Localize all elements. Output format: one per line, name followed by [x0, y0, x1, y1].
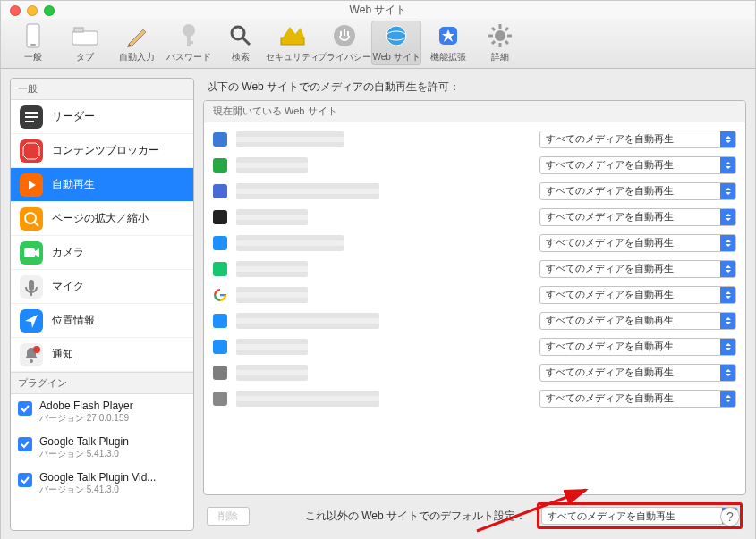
svg-rect-9 [281, 38, 304, 45]
sidebar-item-notifications[interactable]: 通知 [11, 338, 193, 372]
bell-icon [20, 343, 43, 366]
toolbar-label: 検索 [232, 51, 250, 63]
dropdown-value: すべてのメディアを自動再生 [546, 236, 674, 249]
chevron-up-down-icon [720, 287, 735, 303]
site-policy-dropdown[interactable]: すべてのメディアを自動再生 [539, 286, 736, 304]
sidebar-item-content-blockers[interactable]: コンテンツブロッカー [11, 134, 193, 168]
sidebar-item-reader[interactable]: リーダー [11, 100, 193, 134]
favicon-icon [213, 340, 227, 354]
svg-line-24 [505, 28, 508, 30]
chevron-up-down-icon [720, 365, 735, 381]
site-row[interactable]: すべてのメディアを自動再生 [204, 152, 745, 178]
svg-point-7 [232, 27, 244, 39]
plugin-checkbox[interactable] [18, 401, 32, 416]
sidebar-item-label: リーダー [52, 109, 95, 124]
extensions-icon [435, 22, 462, 49]
site-host-redacted [236, 287, 308, 303]
plugin-item[interactable]: Google Talk Pluginバージョン 5.41.3.0 [11, 430, 193, 466]
plugin-checkbox[interactable] [18, 437, 32, 451]
reader-icon [20, 105, 43, 129]
camera-icon [20, 241, 43, 265]
site-row[interactable]: すべてのメディアを自動再生 [204, 178, 745, 204]
site-policy-dropdown[interactable]: すべてのメディアを自動再生 [539, 390, 736, 408]
chevron-up-down-icon [720, 391, 735, 407]
svg-marker-38 [25, 315, 38, 328]
site-row[interactable]: すべてのメディアを自動再生 [204, 126, 745, 152]
sidebar-item-page-zoom[interactable]: ページの拡大／縮小 [11, 202, 193, 236]
default-policy-dropdown[interactable]: すべてのメディアを自動再生 [541, 507, 738, 525]
svg-line-8 [242, 38, 250, 45]
plugin-name: Google Talk Plugin Vid... [39, 471, 156, 484]
sidebar: 一般 リーダーコンテンツブロッカー自動再生ページの拡大／縮小カメラマイク位置情報… [10, 78, 194, 531]
site-row[interactable]: すべてのメディアを自動再生 [204, 256, 745, 282]
toolbar-advanced[interactable]: 詳細 [475, 21, 525, 65]
site-row[interactable]: すべてのメディアを自動再生 [204, 230, 745, 256]
favicon-icon [213, 132, 227, 147]
toolbar-tabs[interactable]: タブ [60, 21, 110, 65]
remove-button[interactable]: 削除 [207, 507, 250, 526]
site-row[interactable]: すべてのメディアを自動再生 [204, 282, 745, 307]
toolbar-websites[interactable]: Web サイト [371, 21, 421, 65]
site-row[interactable]: すべてのメディアを自動再生 [204, 333, 745, 359]
site-policy-dropdown[interactable]: すべてのメディアを自動再生 [539, 312, 736, 330]
svg-rect-36 [29, 280, 34, 291]
plugin-version: バージョン 5.41.3.0 [39, 448, 129, 460]
chevron-up-down-icon [720, 157, 735, 173]
plugin-item[interactable]: Google Talk Plugin Vid...バージョン 5.41.3.0 [11, 466, 193, 501]
site-host-redacted [236, 131, 344, 147]
advanced-icon [487, 22, 514, 49]
toolbar-search[interactable]: 検索 [216, 21, 266, 65]
preferences-window: Web サイト 一般タブ自動入力パスワード検索セキュリティプライバシーWeb サ… [0, 0, 756, 539]
toolbar-privacy[interactable]: プライバシー [319, 21, 370, 65]
sidebar-item-location[interactable]: 位置情報 [11, 304, 193, 338]
dropdown-value: すべてのメディアを自動再生 [548, 510, 675, 523]
site-row[interactable]: すべてのメディアを自動再生 [204, 307, 745, 333]
dropdown-value: すべてのメディアを自動再生 [546, 184, 674, 198]
site-host-redacted [236, 235, 344, 251]
toolbar-security[interactable]: セキュリティ [268, 21, 318, 65]
site-policy-dropdown[interactable]: すべてのメディアを自動再生 [539, 208, 736, 226]
toolbar-label: 詳細 [491, 51, 509, 63]
site-host-redacted [236, 183, 379, 199]
sidebar-header-general: 一般 [11, 79, 193, 100]
svg-rect-26 [25, 112, 38, 114]
sidebar-item-microphone[interactable]: マイク [11, 270, 193, 304]
stop-icon [20, 139, 43, 163]
site-policy-dropdown[interactable]: すべてのメディアを自動再生 [539, 364, 736, 382]
plugin-checkbox[interactable] [18, 473, 32, 487]
site-policy-dropdown[interactable]: すべてのメディアを自動再生 [539, 234, 736, 252]
site-host-redacted [236, 391, 379, 407]
chevron-up-down-icon [720, 261, 735, 277]
site-policy-dropdown[interactable]: すべてのメディアを自動再生 [539, 156, 736, 174]
favicon-icon [213, 314, 227, 328]
site-row[interactable]: すべてのメディアを自動再生 [204, 204, 745, 230]
svg-marker-35 [35, 248, 39, 257]
sidebar-item-label: コンテンツブロッカー [52, 143, 159, 158]
toolbar-autofill[interactable]: 自動入力 [112, 21, 162, 65]
site-host-redacted [236, 209, 308, 225]
toolbar-extensions[interactable]: 機能拡張 [423, 21, 473, 65]
toolbar-general[interactable]: 一般 [8, 21, 58, 65]
site-policy-dropdown[interactable]: すべてのメディアを自動再生 [539, 338, 736, 356]
site-policy-dropdown[interactable]: すべてのメディアを自動再生 [539, 131, 736, 148]
sidebar-item-autoplay[interactable]: 自動再生 [11, 168, 193, 202]
site-policy-dropdown[interactable]: すべてのメディアを自動再生 [539, 182, 736, 200]
site-row[interactable]: すべてのメディアを自動再生 [204, 385, 745, 411]
plugin-item[interactable]: Adobe Flash Playerバージョン 27.0.0.159 [11, 394, 193, 430]
plugin-name: Adobe Flash Player [39, 400, 133, 412]
plugin-version: バージョン 5.41.3.0 [39, 484, 156, 496]
site-list[interactable]: すべてのメディアを自動再生すべてのメディアを自動再生すべてのメディアを自動再生す… [204, 122, 745, 494]
site-host-redacted [236, 261, 308, 277]
svg-rect-1 [30, 44, 36, 46]
svg-line-25 [492, 41, 495, 44]
toolbar-label: プライバシー [318, 51, 371, 63]
sidebar-item-label: ページの拡大／縮小 [52, 211, 149, 226]
sidebar-item-label: 自動再生 [52, 177, 95, 192]
site-policy-dropdown[interactable]: すべてのメディアを自動再生 [539, 260, 736, 278]
favicon-icon [213, 184, 227, 198]
toolbar-passwords[interactable]: パスワード [164, 21, 214, 65]
sidebar-item-camera[interactable]: カメラ [11, 236, 193, 270]
site-row[interactable]: すべてのメディアを自動再生 [204, 359, 745, 385]
default-dropdown-highlight: すべてのメディアを自動再生 [537, 502, 743, 529]
help-button[interactable]: ? [720, 507, 740, 526]
